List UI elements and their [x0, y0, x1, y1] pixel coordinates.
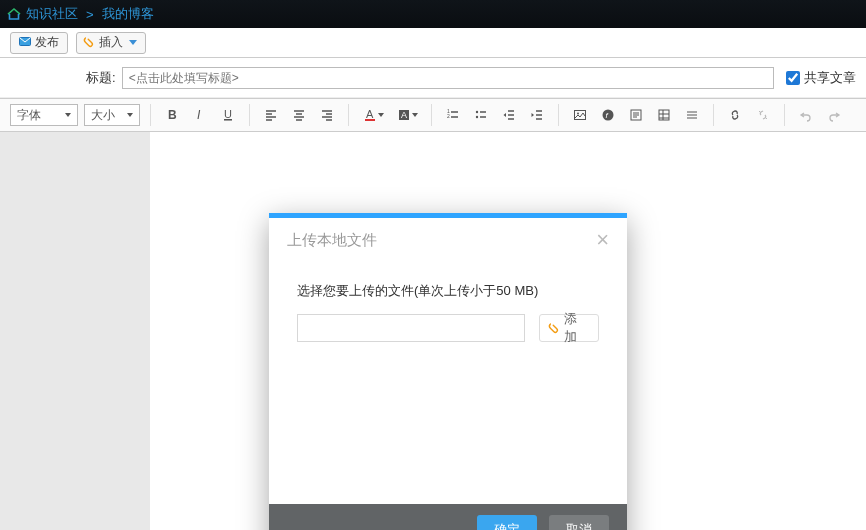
font-color-button[interactable]: A [359, 104, 387, 126]
close-icon[interactable]: × [596, 229, 609, 251]
font-select-label: 字体 [17, 107, 41, 124]
svg-point-11 [476, 111, 478, 113]
share-checkbox-input[interactable] [786, 71, 800, 85]
title-row: 标题: 共享文章 [0, 58, 866, 98]
breadcrumb-current[interactable]: 我的博客 [102, 5, 154, 23]
attachment-button[interactable] [625, 104, 647, 126]
file-row: 添加 [297, 314, 599, 342]
title-label: 标题: [86, 69, 116, 87]
image-button[interactable] [569, 104, 591, 126]
svg-rect-6 [365, 119, 375, 121]
modal-footer: 确定 取消 [269, 504, 627, 530]
unordered-list-button[interactable] [470, 104, 492, 126]
svg-text:A: A [401, 110, 407, 120]
home-icon [6, 6, 22, 22]
undo-button[interactable] [795, 104, 817, 126]
svg-text:U: U [224, 108, 232, 120]
toolbar-divider [150, 104, 151, 126]
align-left-button[interactable] [260, 104, 282, 126]
outdent-button[interactable] [498, 104, 520, 126]
align-right-button[interactable] [316, 104, 338, 126]
action-bar: 发布 插入 [0, 28, 866, 58]
unlink-button[interactable] [752, 104, 774, 126]
breadcrumb-home[interactable]: 知识社区 [26, 5, 78, 23]
ok-button[interactable]: 确定 [477, 515, 537, 530]
underline-button[interactable]: U [217, 104, 239, 126]
modal-spacer [297, 342, 599, 472]
toolbar-divider [431, 104, 432, 126]
publish-button[interactable]: 发布 [10, 32, 68, 54]
bold-button[interactable]: B [161, 104, 183, 126]
hr-button[interactable] [681, 104, 703, 126]
add-file-label: 添加 [564, 310, 588, 346]
toolbar-divider [558, 104, 559, 126]
link-button[interactable] [724, 104, 746, 126]
toolbar-divider [784, 104, 785, 126]
flash-button[interactable]: f [597, 104, 619, 126]
svg-text:2: 2 [447, 113, 450, 119]
insert-button[interactable]: 插入 [76, 32, 146, 54]
upload-modal: 上传本地文件 × 选择您要上传的文件(单次上传小于50 MB) 添加 确定 取消 [269, 213, 627, 530]
add-file-button[interactable]: 添加 [539, 314, 599, 342]
modal-header: 上传本地文件 × [269, 218, 627, 262]
title-input[interactable] [122, 67, 774, 89]
cancel-button[interactable]: 取消 [549, 515, 609, 530]
italic-button[interactable]: I [189, 104, 211, 126]
redo-button[interactable] [823, 104, 845, 126]
svg-text:A: A [366, 108, 374, 120]
size-select[interactable]: 大小 [84, 104, 140, 126]
toolbar-divider [348, 104, 349, 126]
svg-text:B: B [168, 108, 177, 122]
svg-point-14 [577, 113, 579, 115]
editor-gutter [0, 132, 150, 530]
paperclip-icon [546, 319, 564, 337]
chevron-down-icon [129, 40, 137, 45]
chevron-down-icon [378, 113, 384, 117]
chevron-down-icon [412, 113, 418, 117]
share-checkbox[interactable]: 共享文章 [786, 69, 856, 87]
chevron-down-icon [127, 113, 133, 117]
modal-instruction: 选择您要上传的文件(单次上传小于50 MB) [297, 282, 599, 300]
breadcrumb-bar: 知识社区 > 我的博客 [0, 0, 866, 28]
toolbar-divider [249, 104, 250, 126]
svg-point-15 [603, 110, 614, 121]
breadcrumb-sep: > [86, 7, 94, 22]
modal-body: 选择您要上传的文件(单次上传小于50 MB) 添加 [269, 262, 627, 504]
align-center-button[interactable] [288, 104, 310, 126]
svg-text:I: I [197, 108, 201, 122]
ordered-list-button[interactable]: 12 [442, 104, 464, 126]
bg-color-button[interactable]: A [393, 104, 421, 126]
chevron-down-icon [65, 113, 71, 117]
paperclip-icon [81, 34, 99, 52]
mail-icon [19, 36, 31, 50]
svg-point-12 [476, 116, 478, 118]
insert-label: 插入 [99, 34, 123, 51]
size-select-label: 大小 [91, 107, 115, 124]
editor-toolbar: 字体 大小 B I U A A 12 f [0, 98, 866, 132]
file-path-input[interactable] [297, 314, 525, 342]
font-select[interactable]: 字体 [10, 104, 78, 126]
toolbar-divider [713, 104, 714, 126]
table-button[interactable] [653, 104, 675, 126]
modal-title: 上传本地文件 [287, 231, 377, 250]
indent-button[interactable] [526, 104, 548, 126]
publish-label: 发布 [35, 34, 59, 51]
share-label: 共享文章 [804, 69, 856, 87]
